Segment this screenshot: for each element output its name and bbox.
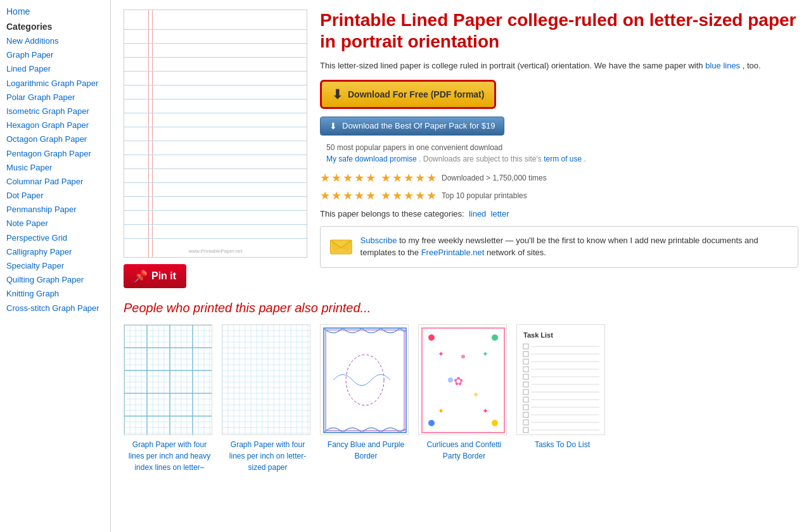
star-9: ★	[415, 171, 425, 185]
lined-paper-line	[124, 127, 307, 127]
star-17: ★	[392, 189, 402, 203]
download-pack-button[interactable]: ⬇ Download the Best Of Paper Pack for $1…	[320, 117, 504, 136]
lined-paper-line	[124, 155, 307, 155]
newsletter-text: Subscribe to my free weekly newsletter —…	[361, 234, 789, 259]
also-printed-title: People who printed this paper also print…	[124, 301, 798, 315]
sidebar-item-logarithmic-graph-paper[interactable]: Logarithmic Graph Paper	[6, 78, 104, 89]
download-free-label: Download For Free (PDF format)	[348, 89, 484, 99]
download-free-row: ⬇ Download For Free (PDF format)	[320, 80, 798, 114]
thumbnail-image-1[interactable]	[222, 324, 310, 435]
svg-rect-3	[124, 325, 212, 435]
thumbnail-label-4[interactable]: Tasks To Do List	[535, 440, 590, 449]
sidebar-item-polar-graph-paper[interactable]: Polar Graph Paper	[6, 92, 104, 103]
stars-row-2: ★ ★ ★ ★ ★	[320, 189, 376, 203]
pinit-button[interactable]: 📌 Pin it	[124, 264, 186, 288]
star-14: ★	[354, 189, 364, 203]
sidebar-item-knitting-graph[interactable]: Knitting Graph	[6, 288, 104, 300]
lined-paper-line	[124, 85, 307, 86]
svg-point-84	[492, 334, 498, 341]
svg-rect-77	[321, 325, 409, 435]
lined-paper-line	[124, 29, 307, 30]
category-letter-link[interactable]: letter	[491, 209, 509, 218]
thumbnail-image-3[interactable]: ✦ ✦ ✦ ✦ ✿	[418, 324, 507, 435]
thumbnail-item-1: Graph Paper with four lines per inch on …	[222, 324, 314, 472]
sidebar-item-hexagon-graph-paper[interactable]: Hexagon Graph Paper	[6, 120, 104, 131]
sidebar-item-note-paper[interactable]: Note Paper	[6, 218, 104, 229]
lined-paper-line	[124, 210, 307, 211]
star-6: ★	[381, 171, 391, 185]
sidebar-item-specialty-paper[interactable]: Specialty Paper	[6, 260, 104, 272]
sidebar-item-cross-stitch-graph-paper[interactable]: Cross-stitch Graph Paper	[6, 303, 104, 314]
downloaded-text: Downloaded > 1,750,000 times	[442, 174, 547, 182]
sidebar: Home Categories New AdditionsGraph Paper…	[0, 0, 111, 532]
sidebar-home-link[interactable]: Home	[6, 6, 104, 16]
lined-paper-line	[124, 182, 307, 183]
star-13: ★	[343, 189, 353, 203]
safe-download-link[interactable]: My safe download promise	[326, 155, 417, 163]
subscribe-link[interactable]: Subscribe	[361, 236, 397, 245]
newsletter-box: Subscribe to my free weekly newsletter —…	[320, 226, 798, 268]
thumbnail-label-2[interactable]: Fancy Blue and Purple Border	[328, 440, 404, 460]
thumbnail-label-1[interactable]: Graph Paper with four lines per inch on …	[229, 440, 306, 472]
terms-link[interactable]: term of use	[544, 155, 582, 163]
thumbnail-item-0: Graph Paper with four lines per inch and…	[124, 324, 215, 472]
paper-preview: www.PrintablePaper.net	[124, 10, 307, 258]
lined-paper-line	[124, 168, 307, 169]
sidebar-item-pentagon-graph-paper[interactable]: Pentagon Graph Paper	[6, 148, 104, 160]
thumbnail-image-4[interactable]: Task List	[516, 324, 605, 435]
sidebar-item-isometric-graph-paper[interactable]: Isometric Graph Paper	[6, 106, 104, 117]
star-7: ★	[392, 171, 402, 185]
stars-row-1b: ★ ★ ★ ★ ★	[381, 171, 437, 185]
sidebar-item-penmanship-paper[interactable]: Penmanship Paper	[6, 204, 104, 215]
safe-suffix: . Downloads are subject to this site's	[419, 155, 542, 163]
svg-point-92	[448, 377, 453, 383]
sidebar-item-graph-paper[interactable]: Graph Paper	[6, 49, 104, 61]
star-19: ★	[415, 189, 425, 203]
main-content: www.PrintablePaper.net 📌 Pin it Printabl…	[111, 0, 811, 532]
rating-section: ★ ★ ★ ★ ★ ★ ★ ★ ★ ★	[320, 171, 798, 203]
sidebar-item-lined-paper[interactable]: Lined Paper	[6, 63, 104, 75]
lined-paper-line	[124, 43, 307, 44]
download-pack-row: ⬇ Download the Best Of Paper Pack for $1…	[320, 117, 798, 141]
sidebar-item-dot-paper[interactable]: Dot Paper	[6, 190, 104, 201]
svg-text:✦: ✦	[482, 350, 489, 358]
sidebar-item-calligraphy-paper[interactable]: Calligraphy Paper	[6, 246, 104, 258]
top10-text: Top 10 popular printables	[442, 191, 527, 200]
download-free-button[interactable]: ⬇ Download For Free (PDF format)	[320, 80, 496, 109]
thumbnail-label-0[interactable]: Graph Paper with four lines per inch and…	[129, 440, 210, 472]
star-10: ★	[426, 171, 437, 185]
categories-label: Categories	[6, 22, 104, 32]
svg-point-85	[428, 420, 435, 426]
thumbnail-image-0[interactable]	[124, 324, 212, 435]
newsletter-suffix: network of sites.	[487, 248, 546, 257]
svg-text:Task List: Task List	[523, 331, 553, 339]
paper-watermark: www.PrintablePaper.net	[189, 248, 243, 254]
rating-row-1: ★ ★ ★ ★ ★ ★ ★ ★ ★ ★	[320, 171, 547, 185]
content-top: www.PrintablePaper.net 📌 Pin it Printabl…	[124, 10, 798, 288]
freeprintable-link[interactable]: FreePrintable.net	[421, 248, 485, 257]
thumbnail-label-3[interactable]: Curlicues and Confetti Party Border	[426, 440, 501, 460]
envelope-icon	[329, 234, 353, 260]
desc-suffix: , too.	[743, 61, 761, 70]
sidebar-item-music-paper[interactable]: Music Paper	[6, 162, 104, 174]
svg-rect-95	[517, 325, 605, 435]
thumbnail-item-2: Fancy Blue and Purple Border	[320, 324, 412, 472]
blue-lines-link[interactable]: blue lines	[705, 61, 740, 70]
newsletter-after: to my free weekly newsletter — you'll be…	[361, 236, 758, 258]
svg-text:✦: ✦	[438, 350, 444, 358]
category-lined-link[interactable]: lined	[469, 209, 486, 218]
paper-preview-inner: www.PrintablePaper.net	[124, 10, 307, 257]
desc-text: This letter-sized lined paper is college…	[320, 61, 703, 70]
lined-paper-line	[124, 224, 307, 225]
thumbnail-image-2[interactable]	[320, 324, 409, 435]
svg-point-83	[428, 334, 435, 341]
svg-point-91	[461, 355, 465, 358]
terms-suffix: .	[584, 155, 586, 163]
sidebar-item-columnar-pad-paper[interactable]: Columnar Pad Paper	[6, 176, 104, 187]
sidebar-item-perspective-grid[interactable]: Perspective Grid	[6, 232, 104, 244]
sidebar-item-quilting-graph-paper[interactable]: Quilting Graph Paper	[6, 274, 104, 286]
sidebar-item-octagon-graph-paper[interactable]: Octagon Graph Paper	[6, 134, 104, 145]
lined-paper-line	[124, 99, 307, 99]
sidebar-item-new-additions[interactable]: New Additions	[6, 35, 104, 47]
svg-text:✦: ✦	[438, 407, 444, 415]
